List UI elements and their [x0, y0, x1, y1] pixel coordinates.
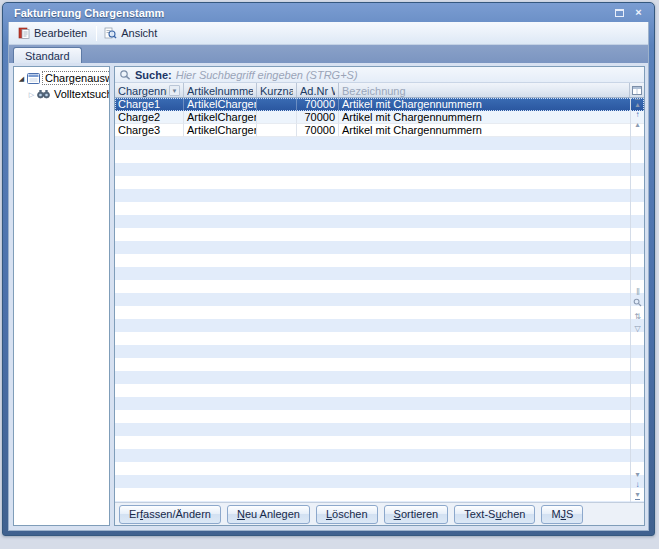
column-header-label: Kurzname [260, 85, 293, 97]
app-window: Fakturierung Chargenstamm × Bearbeiten [2, 2, 655, 536]
window-body: Bearbeiten Ansicht Standard ◢ [8, 22, 649, 531]
scroll-last-row-icon[interactable]: ▾ [635, 490, 639, 500]
grid-header: Chargennummer ▼ Artikelnummer Kurzname A… [115, 83, 644, 98]
window-title: Fakturierung Chargenstamm [14, 7, 164, 19]
cell-bezeichnung: Artikel mit Chargennummern [339, 98, 644, 111]
tab-strip: Standard [9, 45, 648, 63]
cell-adnr-we: 70000 [297, 98, 339, 111]
search-label: Suche: [135, 69, 172, 81]
cell-adnr-we: 70000 [297, 124, 339, 137]
grid-scroll-strip: ▴ ↑ ▴ ||| ⇅ [630, 98, 644, 502]
maximize-icon[interactable] [613, 7, 626, 19]
cell-artikelnummer: ArtikelChargennummer [184, 124, 257, 137]
scroll-first-row-icon[interactable]: ▴ [635, 99, 639, 109]
text-suchen-button[interactable]: Text-Suchen [454, 505, 535, 524]
erfassen-aendern-button[interactable]: Erfassen/Ändern [119, 505, 221, 524]
tree-item-chargenauswahl[interactable]: ◢ Chargenauswahl [14, 70, 109, 86]
table-row[interactable]: Charge1 ArtikelChargennummer 70000 Artik… [115, 98, 644, 111]
cell-kurzname [257, 111, 297, 124]
button-label: ortieren [401, 508, 438, 520]
binoculars-icon [37, 89, 50, 99]
column-header-kurzname[interactable]: Kurzname [257, 83, 297, 97]
neu-anlegen-button[interactable]: Neu Anlegen [227, 505, 310, 524]
column-header-label: Artikelnummer [187, 85, 253, 97]
edit-note-icon [18, 27, 30, 39]
next-row-icon[interactable]: ▾ [635, 470, 639, 479]
sort-descending-icon[interactable]: ▼ [169, 85, 180, 96]
maximize-glyph [615, 9, 624, 17]
column-header-artikelnummer[interactable]: Artikelnummer [184, 83, 257, 97]
empty-rows-stripes [115, 137, 644, 502]
button-label: M [551, 508, 560, 520]
navigation-tree: ◢ Chargenauswahl ▷ [13, 66, 110, 526]
cell-kurzname [257, 124, 297, 137]
expand-arrow-icon[interactable]: ▷ [27, 90, 36, 99]
swap-rows-icon[interactable]: ⇅ [634, 312, 641, 321]
button-label: assen/Ändern [143, 508, 211, 520]
find-icon[interactable] [633, 298, 642, 309]
column-header-label: Ad.Nr WE [300, 85, 335, 97]
filter-icon[interactable]: ▽ [634, 324, 640, 333]
titlebar[interactable]: Fakturierung Chargenstamm × [8, 3, 649, 22]
fixed-rows-icon[interactable]: ||| [636, 286, 638, 295]
button-label: eu Anlegen [245, 508, 300, 520]
loeschen-button[interactable]: Löschen [316, 505, 378, 524]
cell-chargennummer: Charge3 [115, 124, 184, 137]
close-icon[interactable]: × [632, 7, 645, 19]
search-bar: Suche: [115, 67, 644, 83]
toolbar: Bearbeiten Ansicht [9, 22, 648, 45]
scroll-up-icon[interactable]: ↑ [636, 110, 640, 119]
tab-standard[interactable]: Standard [13, 47, 82, 63]
search-input[interactable] [176, 68, 644, 82]
column-header-label: Chargennummer [118, 85, 167, 97]
cell-kurzname [257, 98, 297, 111]
search-icon [119, 69, 131, 81]
column-chooser-icon [632, 86, 642, 95]
previous-row-icon[interactable]: ▴ [635, 120, 639, 129]
content-area: ◢ Chargenauswahl ▷ [9, 63, 648, 530]
cell-chargennummer: Charge1 [115, 98, 184, 111]
button-label: öschen [332, 508, 367, 520]
collapse-arrow-icon[interactable]: ◢ [17, 74, 26, 83]
bearbeiten-label: Bearbeiten [34, 27, 87, 39]
scroll-strip-top: ▴ ↑ ▴ [631, 99, 644, 129]
data-grid: Suche: Chargennummer ▼ Artikelnummer Kur… [114, 66, 645, 526]
tree-item-label: Volltextsuche [52, 88, 110, 100]
magnifier-glyph [633, 298, 642, 307]
scroll-down-icon[interactable]: ↓ [636, 480, 640, 489]
column-header-label: Bezeichnung [342, 85, 626, 97]
button-label: Text-S [464, 508, 495, 520]
toolbar-separator [96, 26, 97, 41]
button-label: S [566, 508, 573, 520]
button-label: Er [129, 508, 140, 520]
form-list-icon [27, 73, 40, 84]
scroll-strip-bottom: ▾ ↓ ▾ [631, 470, 644, 500]
cell-chargennummer: Charge2 [115, 111, 184, 124]
cell-artikelnummer: ArtikelChargennummer [184, 98, 257, 111]
column-header-bezeichnung[interactable]: Bezeichnung [339, 83, 629, 97]
button-label: chen [502, 508, 526, 520]
cell-bezeichnung: Artikel mit Chargennummern [339, 124, 644, 137]
column-header-chargennummer[interactable]: Chargennummer ▼ [115, 83, 184, 97]
cell-artikelnummer: ArtikelChargennummer [184, 111, 257, 124]
column-chooser-button[interactable] [629, 83, 644, 97]
column-header-adnr-we[interactable]: Ad.Nr WE [297, 83, 339, 97]
cell-adnr-we: 70000 [297, 111, 339, 124]
button-accesskey: N [237, 508, 245, 520]
action-button-bar: Erfassen/Ändern Neu Anlegen Löschen Sort… [115, 502, 644, 525]
ansicht-button[interactable]: Ansicht [100, 25, 163, 41]
cell-bezeichnung: Artikel mit Chargennummern [339, 111, 644, 124]
window-controls: × [613, 7, 645, 19]
mjs-button[interactable]: MJS [541, 505, 583, 524]
table-row[interactable]: Charge3 ArtikelChargennummer 70000 Artik… [115, 124, 644, 137]
tree-item-volltextsuche[interactable]: ▷ Volltextsuche [14, 86, 109, 102]
sortieren-button[interactable]: Sortieren [384, 505, 449, 524]
tree-item-label: Chargenauswahl [42, 71, 110, 85]
button-accesskey: S [394, 508, 401, 520]
grid-rows: Charge1 ArtikelChargennummer 70000 Artik… [115, 98, 644, 502]
bearbeiten-button[interactable]: Bearbeiten [14, 25, 93, 41]
scroll-strip-middle: ||| ⇅ ▽ [631, 286, 644, 333]
ansicht-label: Ansicht [121, 27, 157, 39]
view-magnifier-icon [104, 27, 117, 39]
table-row[interactable]: Charge2 ArtikelChargennummer 70000 Artik… [115, 111, 644, 124]
